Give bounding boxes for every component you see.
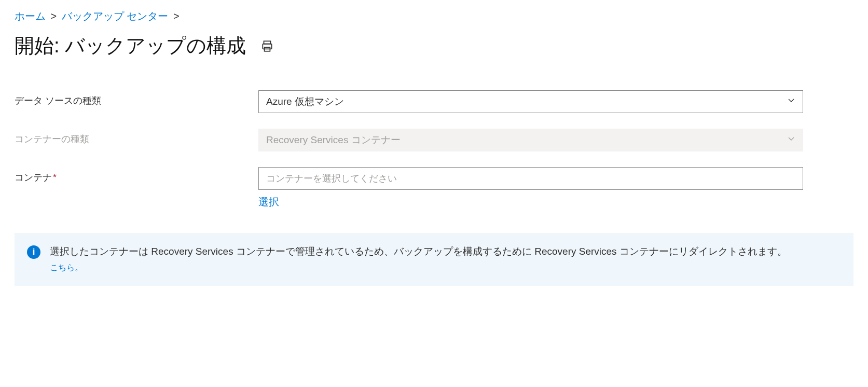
container-type-select: Recovery Services コンテナー [258,129,803,151]
container-input[interactable] [258,167,803,190]
breadcrumb-separator: > [173,10,180,22]
svg-text:i: i [32,247,35,257]
info-icon: i [27,245,40,259]
container-type-value: Recovery Services コンテナー [266,133,401,147]
datasource-type-value: Azure 仮想マシン [266,95,344,108]
page-title: 開始: バックアップの構成 [15,33,246,59]
info-message: 選択したコンテナーは Recovery Services コンテナーで管理されて… [50,246,787,257]
datasource-type-select[interactable]: Azure 仮想マシン [258,90,803,113]
info-panel: i 選択したコンテナーは Recovery Services コンテナーで管理さ… [15,233,853,286]
chevron-down-icon [786,95,796,108]
info-link[interactable]: こちら。 [50,261,83,274]
breadcrumb-separator: > [51,10,57,22]
print-icon[interactable] [260,39,274,53]
breadcrumb-home[interactable]: ホーム [15,10,46,22]
container-label: コンテナ* [15,167,258,184]
chevron-down-icon [786,134,796,147]
breadcrumb: ホーム > バックアップ センター > [15,9,853,23]
datasource-type-label: データ ソースの種類 [15,90,258,107]
required-indicator: * [53,172,57,183]
container-type-label: コンテナーの種類 [15,129,258,145]
container-select-link[interactable]: 選択 [258,195,279,209]
breadcrumb-backup-center[interactable]: バックアップ センター [62,10,169,22]
